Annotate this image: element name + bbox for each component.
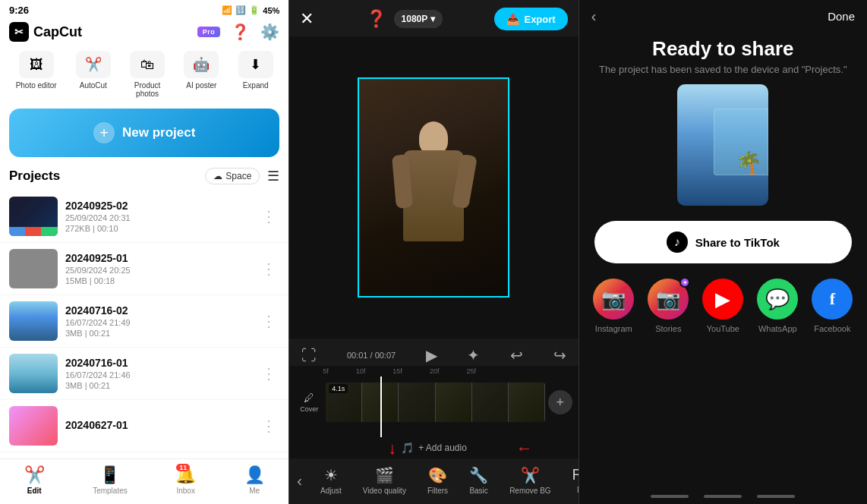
tiktok-share-button[interactable]: ♪ Share to TikTok xyxy=(594,221,852,263)
more-options-icon[interactable]: ⋮ xyxy=(258,257,279,281)
project-meta: 25/09/2024 20:25 xyxy=(65,266,251,275)
cover-edit-icon: 🖊 xyxy=(304,392,314,404)
timeline-clip[interactable]: 4.1s xyxy=(326,383,544,422)
battery-percent: 45% xyxy=(263,6,279,15)
list-item[interactable]: 20240627-01 ⋮ xyxy=(0,400,288,452)
quick-actions: 🖼 Photo editor ✂️ AutoCut 🛍 Productphoto… xyxy=(0,46,288,106)
help-icon[interactable]: ❓ xyxy=(231,23,250,41)
toolbar-item-more[interactable]: Re Re xyxy=(562,463,579,498)
more-options-icon[interactable]: ⋮ xyxy=(258,361,279,386)
space-label: Space xyxy=(225,171,251,181)
list-item[interactable]: 20240716-01 16/07/2024 21:46 3MB | 00:21… xyxy=(0,348,288,400)
undo-icon[interactable]: ↩ xyxy=(510,346,523,364)
share-back-button[interactable]: ‹ xyxy=(591,8,597,25)
clip-duration: 4.1s xyxy=(329,384,348,393)
new-project-button[interactable]: + New project xyxy=(9,109,279,157)
scale-mark: 10f xyxy=(356,367,366,375)
nav-item-templates[interactable]: 📱 Templates xyxy=(93,465,128,495)
play-button[interactable]: ▶ xyxy=(426,346,437,364)
ai-poster-icon: 🤖 xyxy=(184,51,219,78)
toolbar-item-basic[interactable]: 🔧 Basic xyxy=(459,463,499,498)
cover-button[interactable]: 🖊 Cover xyxy=(295,392,323,413)
project-thumbnail xyxy=(9,249,58,288)
project-info: 20240627-01 xyxy=(65,419,251,433)
social-item-stories[interactable]: 📷 ✦ Stories xyxy=(648,279,689,333)
project-name: 20240627-01 xyxy=(65,419,251,431)
whatsapp-label: WhatsApp xyxy=(758,324,797,333)
timeline-area: 🖊 Cover 4.1s + xyxy=(289,376,578,437)
editor-help-button[interactable]: ❓ xyxy=(366,9,386,29)
remove-bg-icon: ✂️ xyxy=(521,466,540,484)
red-arrow-left: ↓ xyxy=(388,439,396,458)
editor-panel: ✕ ❓ 1080P ▾ 📤 Export xyxy=(289,0,578,504)
nav-item-me[interactable]: 👤 Me xyxy=(244,465,265,495)
capcut-logo: ✂ CapCut xyxy=(9,22,82,42)
instagram-label: Instagram xyxy=(595,324,632,333)
fullscreen-icon[interactable]: ⛶ xyxy=(301,347,317,364)
more-options-icon[interactable]: ⋮ xyxy=(258,414,279,438)
toolbar-back-button[interactable]: ‹ xyxy=(289,472,310,490)
space-button[interactable]: ☁ Space xyxy=(205,168,260,184)
list-item[interactable]: 20240716-02 16/07/2024 21:49 3MB | 00:21… xyxy=(0,295,288,348)
battery-icon: 🔋 xyxy=(249,5,260,15)
templates-label: Templates xyxy=(93,487,128,495)
projects-actions: ☁ Space ☰ xyxy=(205,168,279,184)
add-audio-row[interactable]: 🎵 + Add audio ↓ ← xyxy=(289,437,578,458)
list-item[interactable]: 20240925-01 25/09/2024 20:25 15MB | 00:1… xyxy=(0,243,288,295)
more-options-icon[interactable]: ⋮ xyxy=(258,309,279,333)
settings-icon[interactable]: ⚙️ xyxy=(260,23,279,41)
youtube-symbol: ▶ xyxy=(715,288,730,311)
action-product-photos[interactable]: 🛍 Productphotos xyxy=(130,51,165,98)
action-autocut[interactable]: ✂️ AutoCut xyxy=(76,51,111,98)
export-label: Export xyxy=(524,14,555,25)
add-clip-button[interactable]: + xyxy=(548,390,572,414)
more-options-icon[interactable]: ⋮ xyxy=(258,204,279,228)
video-quality-label: Video quality xyxy=(363,487,406,495)
share-done-button[interactable]: Done xyxy=(828,10,855,23)
remove-bg-label: Remove BG xyxy=(509,487,550,495)
nav-item-inbox[interactable]: 11 🔔 Inbox xyxy=(175,465,196,495)
toolbar-item-filters[interactable]: 🎨 Filters xyxy=(417,463,459,498)
action-photo-editor[interactable]: 🖼 Photo editor xyxy=(16,51,57,98)
basic-icon: 🔧 xyxy=(469,466,488,484)
social-item-youtube[interactable]: ▶ YouTube xyxy=(702,279,743,333)
pro-badge[interactable]: Pro xyxy=(197,27,221,37)
bottom-navigation-share xyxy=(579,486,867,504)
share-subtitle: The project has been saved to the device… xyxy=(579,64,867,75)
resolution-label: 1080P xyxy=(402,14,428,24)
action-expand[interactable]: ⬇ Expand xyxy=(238,51,273,98)
editor-center-controls: ❓ 1080P ▾ xyxy=(366,9,443,29)
share-panel: ‹ Done Ready to share The project has be… xyxy=(579,0,867,504)
social-item-facebook[interactable]: f Facebook xyxy=(812,279,853,333)
nav-item-edit[interactable]: ✂️ Edit xyxy=(24,465,45,495)
instagram-symbol: 📷 xyxy=(601,288,626,311)
redo-icon[interactable]: ↪ xyxy=(553,346,566,364)
home-panel: 9:26 📶 🔢 🔋 45% ✂ CapCut Pro ❓ ⚙️ 🖼 Photo… xyxy=(0,0,288,504)
export-button[interactable]: 📤 Export xyxy=(494,8,567,30)
editor-close-button[interactable]: ✕ xyxy=(300,9,314,29)
expand-icon: ⬇ xyxy=(238,51,273,78)
templates-icon: 📱 xyxy=(99,465,120,485)
project-size-duration: 272KB | 00:10 xyxy=(65,224,251,233)
edit-label: Edit xyxy=(27,487,42,495)
projects-title: Projects xyxy=(9,169,60,184)
action-ai-poster[interactable]: 🤖 AI poster xyxy=(184,51,219,98)
share-title: Ready to share xyxy=(579,37,867,61)
toolbar-item-video-quality[interactable]: 🎬 Video quality xyxy=(352,463,417,498)
project-info: 20240716-01 16/07/2024 21:46 3MB | 00:21 xyxy=(65,357,251,390)
plus-icon: + xyxy=(93,122,115,143)
social-item-whatsapp[interactable]: 💬 WhatsApp xyxy=(757,279,798,333)
social-item-instagram[interactable]: 📷 Instagram xyxy=(593,279,634,333)
resolution-button[interactable]: 1080P ▾ xyxy=(394,10,443,28)
audio-icon: 🎵 xyxy=(401,442,414,454)
sort-icon[interactable]: ☰ xyxy=(267,168,279,184)
toolbar-item-adjust[interactable]: ☀ Adjust xyxy=(310,463,352,498)
nav-line xyxy=(651,495,689,498)
tiktok-logo-icon: ♪ xyxy=(667,232,688,253)
project-name: 20240716-02 xyxy=(65,304,251,317)
toolbar-item-remove-bg[interactable]: ✂️ Remove BG xyxy=(499,463,561,498)
expand-label: Expand xyxy=(243,81,269,90)
new-project-label: New project xyxy=(122,125,195,140)
magic-icon[interactable]: ✦ xyxy=(467,346,480,364)
list-item[interactable]: 20240925-02 25/09/2024 20:31 272KB | 00:… xyxy=(0,191,288,243)
